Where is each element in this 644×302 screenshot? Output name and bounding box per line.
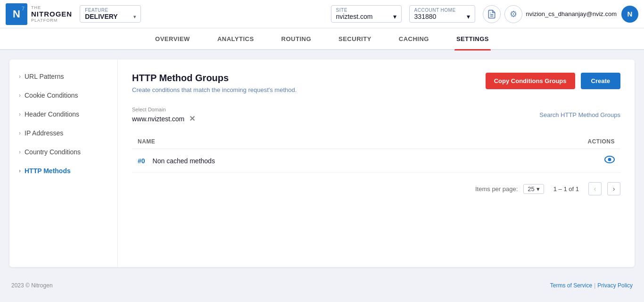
header-actions: Copy Conditions Groups Create — [486, 73, 620, 89]
user-avatar: N — [621, 6, 638, 23]
row-actions — [568, 156, 615, 166]
view-icon[interactable] — [604, 156, 615, 166]
site-label: SITE — [336, 8, 396, 13]
logo-nitrogen: NITROGEN — [31, 10, 72, 18]
copy-conditions-button[interactable]: Copy Conditions Groups — [486, 73, 575, 89]
table-area: Name Actions #0 Non cached methods — [132, 134, 620, 173]
privacy-policy-link[interactable]: Privacy Policy — [597, 282, 633, 289]
sidebar-label: IP Addresses — [25, 129, 63, 137]
prev-page-button[interactable]: ‹ — [588, 182, 602, 195]
items-per-page-label: Items per page: — [475, 185, 518, 193]
svg-point-3 — [608, 158, 611, 161]
notifications-button[interactable] — [483, 5, 501, 23]
footer-separator: | — [594, 282, 595, 289]
sidebar-label: HTTP Methods — [25, 167, 71, 175]
page-title: HTTP Method Groups — [132, 73, 297, 84]
row-id: #0 — [138, 157, 145, 165]
sidebar-item-cookie-conditions[interactable]: › Cookie Conditions — [9, 86, 117, 105]
domain-value-row: www.nviztest.com ✕ — [132, 114, 195, 123]
nav-analytics[interactable]: ANALYTICS — [215, 28, 256, 50]
next-page-button[interactable]: › — [607, 182, 620, 195]
nav-bar: OVERVIEW ANALYTICS ROUTING SECURITY CACH… — [0, 28, 644, 50]
page-content: HTTP Method Groups Create conditions tha… — [118, 59, 635, 267]
logo-7: 7 — [22, 6, 25, 11]
create-button[interactable]: Create — [581, 73, 620, 89]
per-page-select[interactable]: 25 ▾ — [523, 184, 544, 194]
footer: 2023 © Nitrogen Terms of Service | Priva… — [0, 277, 644, 294]
col-name-header: Name — [138, 138, 568, 145]
content-card: › URL Patterns › Cookie Conditions › Hea… — [9, 59, 635, 267]
logo-n-letter: N — [13, 8, 20, 20]
page-title-area: HTTP Method Groups Create conditions tha… — [132, 73, 297, 93]
feature-chevron-icon: ▾ — [133, 14, 136, 19]
page-header: HTTP Method Groups Create conditions tha… — [132, 73, 620, 93]
chevron-icon: › — [19, 111, 21, 117]
sidebar-item-http-methods[interactable]: › HTTP Methods — [9, 161, 117, 180]
domain-row: Select Domain www.nviztest.com ✕ Search … — [132, 107, 620, 123]
account-value: 331880 ▾ — [414, 13, 470, 20]
chevron-icon: › — [19, 168, 21, 174]
col-actions-header: Actions — [568, 138, 615, 145]
per-page-chevron-icon: ▾ — [537, 185, 540, 193]
domain-value: www.nviztest.com — [132, 115, 184, 123]
chevron-icon: › — [19, 92, 21, 99]
logo-box: N 7 — [6, 3, 27, 25]
nav-overview[interactable]: OVERVIEW — [153, 28, 192, 50]
chevron-icon: › — [19, 73, 21, 80]
sidebar: › URL Patterns › Cookie Conditions › Hea… — [9, 59, 118, 267]
settings-button[interactable]: ⚙ — [504, 5, 522, 23]
sidebar-item-url-patterns[interactable]: › URL Patterns — [9, 67, 117, 86]
feature-value: DELIVERY ▾ — [85, 13, 136, 20]
chevron-icon: › — [19, 149, 21, 155]
sidebar-label: Cookie Conditions — [25, 92, 78, 99]
site-value-text: nviztest.com — [336, 13, 373, 20]
pagination-range: 1 – 1 of 1 — [553, 185, 579, 193]
feature-label: FEATURE — [85, 8, 136, 13]
site-value: nviztest.com ▾ — [336, 13, 396, 20]
feature-dropdown[interactable]: FEATURE DELIVERY ▾ — [80, 5, 141, 23]
site-chevron-icon: ▾ — [393, 13, 396, 20]
domain-label: Select Domain — [132, 107, 195, 112]
logo-platform: PLATFORM — [31, 18, 72, 23]
sidebar-item-country-conditions[interactable]: › Country Conditions — [9, 143, 117, 161]
table-header: Name Actions — [132, 134, 620, 149]
per-page-value: 25 — [528, 185, 534, 193]
domain-input-area: Select Domain www.nviztest.com ✕ — [132, 107, 195, 123]
domain-clear-button[interactable]: ✕ — [189, 114, 195, 123]
nav-caching[interactable]: CACHING — [397, 28, 431, 50]
account-value-text: 331880 — [414, 13, 437, 20]
top-bar: N 7 THE NITROGEN PLATFORM FEATURE DELIVE… — [0, 0, 644, 28]
user-email: nvizion_cs_dhananjay@nviz.com — [526, 10, 617, 17]
nav-settings[interactable]: SETTINGS — [454, 28, 491, 50]
footer-links: Terms of Service | Privacy Policy — [550, 282, 633, 289]
sidebar-label: Header Conditions — [25, 110, 79, 118]
chevron-icon: › — [19, 130, 21, 136]
row-name: Non cached methods — [153, 157, 568, 165]
sidebar-item-header-conditions[interactable]: › Header Conditions — [9, 105, 117, 124]
terms-of-service-link[interactable]: Terms of Service — [550, 282, 592, 289]
logo-the: THE — [31, 5, 72, 10]
table-row: #0 Non cached methods — [132, 149, 620, 173]
nav-security[interactable]: SECURITY — [337, 28, 373, 50]
main-content: › URL Patterns › Cookie Conditions › Hea… — [0, 50, 644, 277]
sidebar-item-ip-addresses[interactable]: › IP Addresses — [9, 124, 117, 143]
sidebar-label: Country Conditions — [25, 148, 81, 156]
sidebar-label: URL Patterns — [25, 73, 64, 80]
gear-icon: ⚙ — [510, 9, 517, 19]
avatar-letter: N — [627, 10, 633, 18]
site-dropdown[interactable]: SITE nviztest.com ▾ — [331, 5, 402, 23]
pagination: Items per page: 25 ▾ 1 – 1 of 1 ‹ › — [132, 182, 620, 195]
logo-text: THE NITROGEN PLATFORM — [31, 5, 72, 23]
search-http-groups[interactable]: Search HTTP Method Groups — [539, 111, 620, 118]
nav-routing[interactable]: ROUTING — [280, 28, 313, 50]
footer-copyright: 2023 © Nitrogen — [11, 282, 53, 289]
feature-value-text: DELIVERY — [85, 13, 118, 20]
account-chevron-icon: ▾ — [467, 13, 470, 20]
logo-area: N 7 THE NITROGEN PLATFORM — [6, 3, 72, 25]
page-subtitle: Create conditions that match the incomin… — [132, 86, 297, 93]
account-label: ACCOUNT HOME — [414, 8, 470, 13]
account-dropdown[interactable]: ACCOUNT HOME 331880 ▾ — [409, 5, 475, 23]
